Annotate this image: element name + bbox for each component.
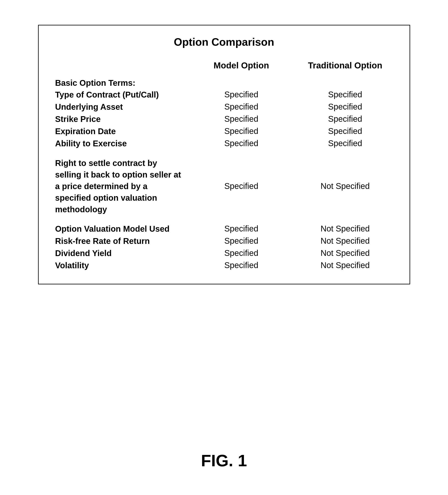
table-row: Option Valuation Model Used Specified No… [51, 223, 397, 235]
table-row: Ability to Exercise Specified Specified [51, 137, 397, 150]
row-label-risk-free: Risk-free Rate of Return [51, 235, 190, 247]
basic-terms-header: Basic Option Terms: [51, 75, 397, 88]
table-row: Risk-free Rate of Return Specified Not S… [51, 235, 397, 247]
col-header-model: Model Option [189, 58, 293, 75]
page-container: Option Comparison Model Option Tradition… [0, 0, 448, 495]
row-label-underlying: Underlying Asset [51, 101, 190, 113]
col-header-traditional: Traditional Option [293, 58, 397, 75]
table-row: Underlying Asset Specified Specified [51, 101, 397, 113]
table-row: Expiration Date Specified Specified [51, 125, 397, 137]
comparison-table: Model Option Traditional Option Basic Op… [51, 58, 397, 271]
row-model-type: Specified [189, 88, 293, 101]
row-label-exercise: Ability to Exercise [51, 137, 190, 150]
row-model-expiration: Specified [189, 125, 293, 137]
row-model-exercise: Specified [189, 137, 293, 150]
row-label-type: Type of Contract (Put/Call) [51, 88, 190, 101]
table-row: Type of Contract (Put/Call) Specified Sp… [51, 88, 397, 101]
figure-label: FIG. 1 [201, 451, 247, 470]
row-model-underlying: Specified [189, 101, 293, 113]
row-traditional-exercise: Specified [293, 137, 397, 150]
table-header-row: Model Option Traditional Option [51, 58, 397, 75]
row-traditional-expiration: Specified [293, 125, 397, 137]
row-traditional-type: Specified [293, 88, 397, 101]
row-traditional-dividend: Not Specified [293, 247, 397, 259]
row-traditional-valuation-model: Not Specified [293, 223, 397, 235]
row-model-dividend: Specified [189, 247, 293, 259]
row-traditional-risk-free: Not Specified [293, 235, 397, 247]
row-label-dividend: Dividend Yield [51, 247, 190, 259]
row-model-volatility: Specified [189, 259, 293, 271]
row-model-valuation-model: Specified [189, 223, 293, 235]
row-label-valuation-model: Option Valuation Model Used [51, 223, 190, 235]
basic-terms-header-row: Basic Option Terms: [51, 75, 397, 88]
comparison-table-wrapper: Option Comparison Model Option Tradition… [38, 25, 410, 284]
row-label-expiration: Expiration Date [51, 125, 190, 137]
row-traditional-volatility: Not Specified [293, 259, 397, 271]
table-row: Strike Price Specified Specified [51, 113, 397, 125]
row-traditional-strike: Specified [293, 113, 397, 125]
row-label-strike: Strike Price [51, 113, 190, 125]
row-model-strike: Specified [189, 113, 293, 125]
settlement-model: Specified [189, 156, 293, 216]
settlement-label: Right to settle contract by selling it b… [51, 156, 190, 216]
settlement-row: Right to settle contract by selling it b… [51, 156, 397, 216]
row-traditional-underlying: Specified [293, 101, 397, 113]
col-header-label [51, 58, 190, 75]
table-row: Dividend Yield Specified Not Specified [51, 247, 397, 259]
spacer-row-1 [51, 150, 397, 156]
row-label-volatility: Volatility [51, 259, 190, 271]
row-model-risk-free: Specified [189, 235, 293, 247]
settlement-traditional: Not Specified [293, 156, 397, 216]
spacer-row-2 [51, 216, 397, 223]
table-title: Option Comparison [51, 36, 397, 48]
table-row: Volatility Specified Not Specified [51, 259, 397, 271]
